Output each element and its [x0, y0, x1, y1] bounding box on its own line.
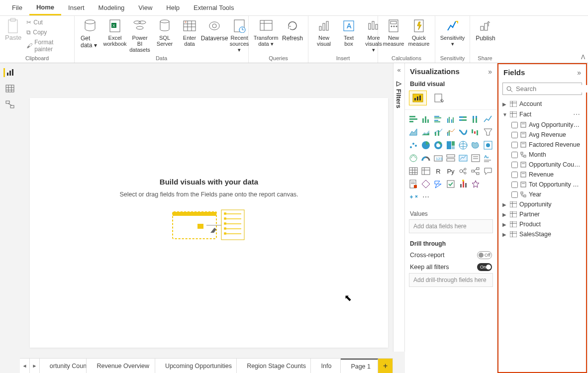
menu-modeling[interactable]: Modeling	[92, 1, 132, 14]
build-tab-format[interactable]	[430, 91, 448, 105]
fields-search-input[interactable]	[516, 85, 588, 93]
viz-stacked-area-icon[interactable]	[420, 127, 431, 138]
checkbox[interactable]	[511, 191, 518, 198]
viz-key-influencers-icon[interactable]	[458, 166, 469, 177]
model-view-button[interactable]	[4, 100, 15, 109]
refresh-button[interactable]: Refresh	[280, 17, 305, 43]
table-opportunity[interactable]: ▶Opportunity	[500, 199, 584, 209]
filters-expand-button[interactable]: «	[393, 63, 404, 77]
values-well[interactable]: Add data fields here	[409, 219, 493, 233]
tab-revenue-overview[interactable]: Revenue Overview	[87, 359, 155, 373]
viz-more-options[interactable]: ⋯	[420, 191, 431, 202]
viz-slicer-icon[interactable]	[470, 153, 481, 164]
excel-workbook-button[interactable]: XExcel workbook	[102, 17, 127, 48]
viz-gauge-icon[interactable]	[420, 153, 431, 164]
checkbox[interactable]	[511, 182, 518, 188]
table-salesstage[interactable]: ▶SalesStage	[500, 229, 584, 239]
viz-get-more-icon[interactable]	[470, 179, 481, 189]
viz-stacked-bar-icon[interactable]	[408, 114, 419, 125]
menu-insert[interactable]: Insert	[61, 1, 92, 14]
viz-100-stacked-column-icon[interactable]	[470, 114, 481, 125]
viz-area-icon[interactable]	[408, 127, 419, 138]
viz-card-icon[interactable]: 123	[433, 153, 444, 164]
viz-smart-narrative-icon[interactable]: Aᵥ	[483, 153, 493, 164]
viz-map-icon[interactable]	[458, 140, 469, 151]
field-avg-opportunity[interactable]: Avg Opportunity…	[500, 120, 584, 130]
viz-power-automate-icon[interactable]	[433, 179, 444, 189]
dataverse-button[interactable]: Dataverse	[202, 17, 227, 43]
get-data-button[interactable]: Get data ▾	[78, 17, 102, 50]
field-avg-revenue[interactable]: Avg Revenue	[500, 130, 584, 140]
cut-button[interactable]: ✂Cut	[24, 18, 70, 27]
report-canvas[interactable]: Build visuals with your data Select or d…	[30, 98, 388, 348]
viz-100-stacked-bar-icon[interactable]	[458, 114, 469, 125]
viz-decomposition-tree-icon[interactable]	[470, 166, 481, 177]
powerbi-datasets-button[interactable]: Power BI datasets	[127, 17, 152, 54]
viz-pie-icon[interactable]	[420, 140, 431, 151]
checkbox[interactable]	[511, 172, 518, 178]
checkbox[interactable]	[511, 122, 518, 128]
tab-opportunity-count[interactable]: ortunity Count	[40, 359, 87, 373]
menu-external-tools[interactable]: External Tools	[187, 1, 241, 14]
tab-scroll-left[interactable]: ◄	[20, 359, 30, 373]
viz-py-visual-icon[interactable]: Py	[445, 166, 456, 177]
viz-paginated-icon[interactable]	[408, 179, 419, 189]
table-product[interactable]: ▶Product	[500, 219, 584, 229]
viz-ribbon-icon[interactable]	[458, 127, 469, 138]
build-tab-visual[interactable]	[409, 91, 427, 105]
viz-treemap-icon[interactable]	[445, 140, 456, 151]
viz-line-clustered-column-icon[interactable]	[445, 127, 456, 138]
field-month[interactable]: Month	[500, 150, 584, 160]
new-measure-button[interactable]: New measure	[381, 17, 406, 48]
tab-info[interactable]: Info	[311, 359, 341, 373]
viz-matrix-icon[interactable]	[420, 166, 431, 177]
viz-line-stacked-column-icon[interactable]	[433, 127, 444, 138]
menu-home[interactable]: Home	[29, 0, 61, 15]
ribbon-collapse-button[interactable]: ᐱ	[581, 54, 585, 61]
paste-button[interactable]: Paste	[3, 17, 23, 42]
tab-page-1[interactable]: Page 1	[341, 359, 378, 373]
viz-donut-icon[interactable]	[433, 140, 444, 151]
report-view-button[interactable]	[3, 68, 14, 77]
transform-data-button[interactable]: Transform data ▾	[252, 17, 280, 48]
drill-through-well[interactable]: Add drill-through fields here	[409, 273, 493, 287]
text-box-button[interactable]: AText box	[336, 17, 361, 48]
format-painter-button[interactable]: 🖌Format painter	[24, 38, 70, 54]
field-revenue[interactable]: Revenue	[500, 170, 584, 180]
viz-azure-map-icon[interactable]	[483, 140, 493, 151]
keep-filters-toggle[interactable]: On	[477, 263, 492, 271]
viz-custom-icon[interactable]	[408, 191, 419, 202]
sql-server-button[interactable]: SQL Server	[152, 17, 177, 48]
copy-button[interactable]: ⧉Copy	[24, 28, 70, 37]
tab-upcoming-opportunities[interactable]: Upcoming Opportunities	[155, 359, 237, 373]
cross-report-toggle[interactable]: Off	[477, 251, 492, 259]
table-fact[interactable]: ▼Fact⋯	[500, 109, 584, 120]
viz-shape-map-icon[interactable]	[408, 153, 419, 164]
field-year[interactable]: Year	[500, 189, 584, 199]
viz-r-visual-icon[interactable]: R	[433, 166, 444, 177]
recent-sources-button[interactable]: Recent sources ▾	[227, 17, 252, 54]
menu-view[interactable]: View	[131, 1, 159, 14]
add-page-button[interactable]: +	[378, 359, 393, 373]
viz-table-icon[interactable]	[408, 166, 419, 177]
quick-measure-button[interactable]: Quick measure	[406, 17, 432, 48]
menu-file[interactable]: File	[5, 1, 29, 14]
viz-line-icon[interactable]	[483, 114, 493, 125]
viz-scorecard-icon[interactable]	[445, 179, 456, 189]
viz-qna-icon[interactable]	[483, 166, 493, 177]
viz-anomaly-icon[interactable]	[458, 179, 469, 189]
viz-waterfall-icon[interactable]	[470, 127, 481, 138]
field-tot-opportunity[interactable]: Tot Opportunity …	[500, 180, 584, 189]
table-account[interactable]: ▶Account	[500, 99, 584, 109]
viz-clustered-column-icon[interactable]	[445, 114, 456, 125]
fields-search[interactable]	[502, 83, 582, 95]
checkbox[interactable]	[511, 142, 518, 148]
viz-power-apps-icon[interactable]	[420, 179, 431, 189]
viz-stacked-column-icon[interactable]	[420, 114, 431, 125]
field-opportunity-count[interactable]: Opportunity Cou…	[500, 160, 584, 170]
tab-scroll-right[interactable]: ►	[30, 359, 40, 373]
viz-multi-row-card-icon[interactable]	[445, 153, 456, 164]
field-factored-revenue[interactable]: Factored Revenue	[500, 140, 584, 150]
publish-button[interactable]: Publish	[473, 17, 498, 43]
viz-clustered-bar-icon[interactable]	[433, 114, 444, 125]
